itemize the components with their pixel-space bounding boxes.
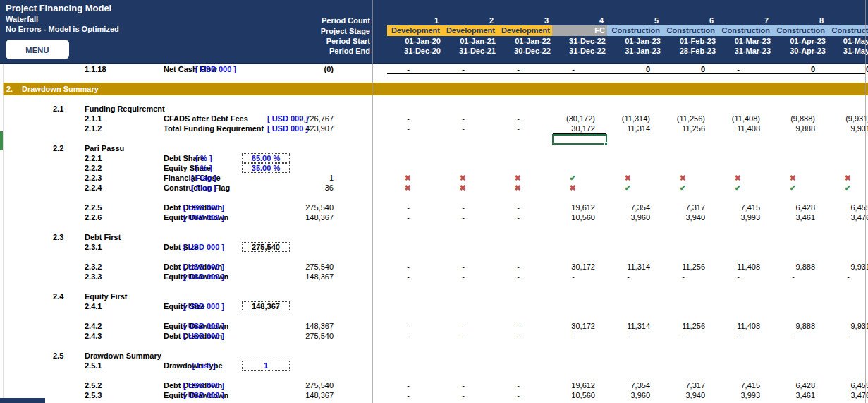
value-cell[interactable]: ✖ [717, 173, 772, 183]
value-cell[interactable]: - [387, 203, 442, 212]
value-cell[interactable]: - [442, 114, 497, 124]
value-cell[interactable]: 11,256 [662, 262, 717, 272]
input-cell[interactable]: 65.00 % [242, 153, 290, 163]
value-cell[interactable]: 7,354 [607, 380, 662, 390]
value-cell[interactable]: - [442, 380, 497, 390]
value-cell[interactable]: 6,428 [772, 203, 827, 212]
value-cell[interactable]: 7,317 [662, 380, 717, 390]
value-cell[interactable]: - [387, 124, 442, 133]
value-cell[interactable]: - [662, 331, 717, 341]
value-cell[interactable]: - [497, 321, 552, 331]
value-cell[interactable]: - [442, 321, 497, 331]
value-cell[interactable]: - [387, 262, 442, 272]
value-cell[interactable]: 6,428 [772, 380, 827, 390]
value-cell[interactable]: ✔ [717, 183, 772, 193]
value-cell[interactable]: 3,476 [827, 212, 868, 222]
value-cell[interactable]: - [552, 272, 607, 282]
value-cell[interactable]: 9,888 [772, 262, 827, 272]
value-cell[interactable]: 11,314 [607, 124, 662, 133]
value-cell[interactable]: - [497, 114, 552, 124]
value-cell[interactable]: 30,172 [552, 262, 607, 272]
value-cell[interactable]: (30,172) [552, 114, 607, 124]
input-cell[interactable]: 275,540 [242, 242, 290, 252]
input-cell[interactable]: 1 [242, 361, 290, 371]
value-cell[interactable]: 7,317 [662, 203, 717, 212]
value-cell[interactable]: (9,931) [827, 114, 868, 124]
value-cell[interactable]: - [497, 272, 552, 282]
value-cell[interactable]: - [552, 331, 607, 341]
value-cell[interactable]: 30,172 [552, 321, 607, 331]
value-cell[interactable]: - [607, 272, 662, 282]
value-cell[interactable]: 11,408 [717, 124, 772, 133]
value-cell[interactable]: (11,256) [662, 114, 717, 124]
value-cell[interactable]: ✖ [827, 173, 868, 183]
value-cell[interactable]: 3,960 [607, 390, 662, 400]
value-cell[interactable]: 9,888 [772, 124, 827, 133]
value-cell[interactable]: - [497, 262, 552, 272]
value-cell[interactable]: 19,612 [552, 203, 607, 212]
value-cell[interactable]: - [387, 114, 442, 124]
value-cell[interactable]: - [387, 380, 442, 390]
value-cell[interactable]: 3,461 [772, 212, 827, 222]
value-cell[interactable]: ✖ [772, 173, 827, 183]
value-cell[interactable]: - [497, 380, 552, 390]
value-cell[interactable]: - [387, 331, 442, 341]
value-cell[interactable]: ✖ [442, 183, 497, 193]
value-cell[interactable]: - [442, 331, 497, 341]
value-cell[interactable]: - [717, 272, 772, 282]
fill-handle[interactable] [604, 142, 608, 145]
value-cell[interactable]: 7,415 [717, 203, 772, 212]
value-cell[interactable]: 11,408 [717, 321, 772, 331]
value-cell[interactable]: - [552, 64, 607, 74]
value-cell[interactable]: (11,314) [607, 114, 662, 124]
value-cell[interactable]: - [827, 272, 868, 282]
value-cell[interactable]: - [497, 390, 552, 400]
value-cell[interactable]: ✖ [552, 183, 607, 193]
value-cell[interactable]: ✔ [827, 183, 868, 193]
value-cell[interactable]: ✔ [662, 183, 717, 193]
value-cell[interactable]: ✔ [552, 173, 607, 183]
value-cell[interactable]: - [717, 331, 772, 341]
value-cell[interactable]: - [497, 64, 552, 74]
value-cell[interactable]: 10,560 [552, 390, 607, 400]
value-cell[interactable]: ✖ [387, 183, 442, 193]
value-cell[interactable]: 7,415 [717, 380, 772, 390]
selected-cell[interactable] [552, 134, 607, 145]
value-cell[interactable]: - [827, 331, 868, 341]
value-cell[interactable]: - [442, 262, 497, 272]
value-cell[interactable]: ✖ [607, 173, 662, 183]
value-cell[interactable]: ✔ [607, 183, 662, 193]
value-cell[interactable]: 7,354 [607, 203, 662, 212]
value-cell[interactable]: 0 [827, 64, 868, 74]
value-cell[interactable]: 11,256 [662, 124, 717, 133]
value-cell[interactable]: - [442, 124, 497, 133]
value-cell[interactable]: 11,314 [607, 262, 662, 272]
value-cell[interactable]: 6,455 [827, 203, 868, 212]
value-cell[interactable]: - [442, 64, 497, 74]
value-cell[interactable]: ✖ [662, 173, 717, 183]
value-cell[interactable]: 9,931 [827, 262, 868, 272]
value-cell[interactable]: ✖ [442, 173, 497, 183]
value-cell[interactable]: - [442, 390, 497, 400]
value-cell[interactable]: - [387, 272, 442, 282]
menu-button[interactable]: MENU [6, 40, 69, 59]
value-cell[interactable]: 10,560 [552, 212, 607, 222]
value-cell[interactable]: - [772, 272, 827, 282]
value-cell[interactable]: - [387, 64, 442, 74]
value-cell[interactable]: 19,612 [552, 380, 607, 390]
input-cell[interactable]: 148,367 [242, 301, 290, 311]
value-cell[interactable]: - [387, 321, 442, 331]
value-cell[interactable]: 0 [662, 64, 717, 74]
value-cell[interactable]: 0 [607, 64, 662, 74]
value-cell[interactable]: - [442, 272, 497, 282]
value-cell[interactable]: ✔ [772, 183, 827, 193]
value-cell[interactable]: 9,888 [772, 321, 827, 331]
value-cell[interactable]: - [497, 203, 552, 212]
value-cell[interactable]: - [387, 212, 442, 222]
value-cell[interactable]: 11,408 [717, 262, 772, 272]
value-cell[interactable]: ✖ [497, 183, 552, 193]
value-cell[interactable]: - [772, 331, 827, 341]
value-cell[interactable]: 3,993 [717, 390, 772, 400]
value-cell[interactable]: 6,455 [827, 380, 868, 390]
value-cell[interactable]: 11,256 [662, 321, 717, 331]
